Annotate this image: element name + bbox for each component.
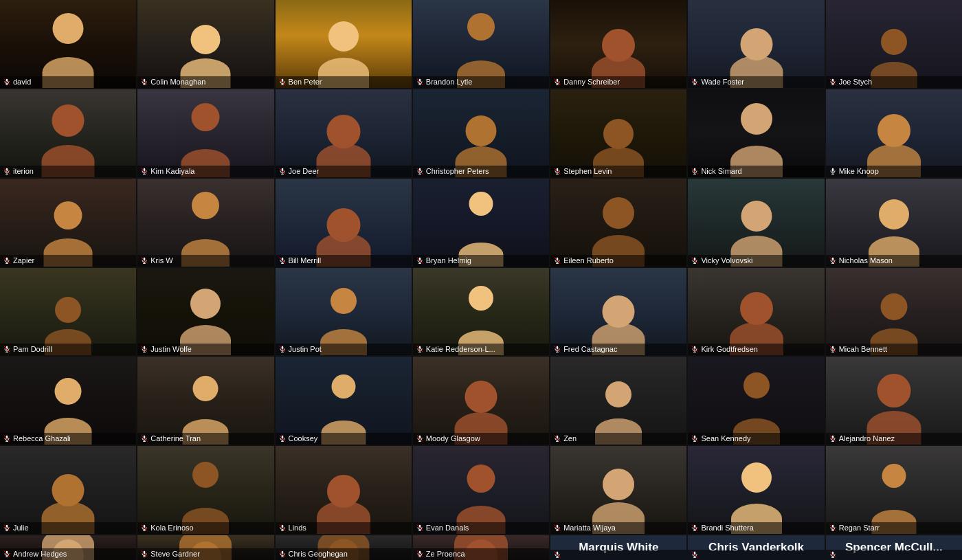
name-label-regan: Regan Starr xyxy=(826,522,962,534)
name-label-steve: Steve Gardner xyxy=(137,548,273,560)
participant-name-kirk: Kirk Godtfredsen xyxy=(701,345,758,353)
participant-cell-wade[interactable]: Wade Foster xyxy=(688,0,824,88)
participant-cell-vicky[interactable]: Vicky Volvovski xyxy=(688,179,824,267)
participant-cell-kola[interactable]: Kola Erinoso xyxy=(137,446,273,534)
participant-name-ze: Ze Proenca xyxy=(426,550,465,558)
mic-icon-eileen xyxy=(554,257,561,264)
participant-name-andrew: Andrew Hedges xyxy=(13,550,67,558)
participant-cell-cooksey[interactable]: Cooksey xyxy=(276,357,412,445)
name-label-wade: Wade Foster xyxy=(688,76,824,88)
participant-cell-david[interactable]: david xyxy=(0,0,136,88)
mic-icon-justinpot xyxy=(279,346,286,352)
mic-icon-evan xyxy=(416,524,423,531)
name-label-kirk: Kirk Godtfredsen xyxy=(688,344,824,355)
mic-icon-andrew xyxy=(3,550,10,557)
mic-icon-alejandro xyxy=(829,435,836,442)
participant-cell-bill[interactable]: Bill Merrill xyxy=(276,179,412,267)
participant-cell-ben[interactable]: Ben Peter xyxy=(276,0,412,88)
mic-icon-nicksimard xyxy=(691,168,698,175)
mic-icon-zapier xyxy=(3,257,10,264)
participant-cell-brandon[interactable]: Brandon Lytle xyxy=(413,0,549,88)
mic-icon-sean xyxy=(691,435,698,442)
participant-cell-krisw[interactable]: Kris W xyxy=(137,179,273,267)
participant-cell-julie[interactable]: Julie xyxy=(0,446,136,534)
name-label-brandon: Brandon Lytle xyxy=(413,76,549,88)
mic-icon-ze xyxy=(416,550,423,557)
participant-cell-eileen[interactable]: Eileen Ruberto xyxy=(550,179,686,267)
name-label-chrisg: Chris Geoghegan xyxy=(276,548,412,560)
participant-cell-moody[interactable]: Moody Glasgow xyxy=(413,357,549,445)
participant-cell-nicholas[interactable]: Nicholas Mason xyxy=(826,179,962,267)
mic-icon-mariatta xyxy=(554,524,561,531)
name-label-pam: Pam Dodrill xyxy=(0,344,136,355)
participant-cell-regan[interactable]: Regan Starr xyxy=(826,446,962,534)
participant-cell-brandi[interactable]: Brandi Shuttera xyxy=(688,446,824,534)
name-label-moody: Moody Glasgow xyxy=(413,433,549,445)
participant-cell-pam[interactable]: Pam Dodrill xyxy=(0,268,136,356)
participant-name-chrisg: Chris Geoghegan xyxy=(289,550,348,558)
mic-icon-mikeknoop xyxy=(829,168,836,175)
name-label-chrisv xyxy=(688,550,824,560)
mic-icon-joedeer xyxy=(279,168,286,175)
name-label-nicksimard: Nick Simard xyxy=(688,166,824,177)
participant-cell-christopher[interactable]: Christopher Peters xyxy=(413,89,549,177)
participant-cell-ze[interactable]: Ze Proenca xyxy=(413,535,549,560)
participant-name-katie: Katie Redderson-L... xyxy=(426,345,495,353)
name-label-david: david xyxy=(0,76,136,88)
participant-name-brandi: Brandi Shuttera xyxy=(701,524,753,532)
participant-cell-mikeknoop[interactable]: Mike Knoop xyxy=(826,89,962,177)
participant-cell-katie[interactable]: Katie Redderson-L... xyxy=(413,268,549,356)
participant-cell-fred[interactable]: Fred Castagnac xyxy=(550,268,686,356)
participant-cell-sean[interactable]: Sean Kennedy xyxy=(688,357,824,445)
mic-icon-colin xyxy=(141,78,148,85)
mic-icon-iterion xyxy=(3,168,10,175)
participant-cell-evan[interactable]: Evan Danals xyxy=(413,446,549,534)
participant-cell-iterion[interactable]: iterion xyxy=(0,89,136,177)
participant-cell-danny[interactable]: Danny Schreiber xyxy=(550,0,686,88)
participant-cell-bryan[interactable]: Bryan Helmig xyxy=(413,179,549,267)
participant-name-stephen: Stephen Levin xyxy=(563,167,612,175)
name-label-evan: Evan Danals xyxy=(413,522,549,534)
participant-cell-zen[interactable]: Zen xyxy=(550,357,686,445)
participant-cell-alejandro[interactable]: Alejandro Nanez xyxy=(826,357,962,445)
participant-cell-marquis[interactable]: Marquis White xyxy=(550,535,686,560)
mic-icon-fred xyxy=(554,346,561,352)
participant-cell-stephen[interactable]: Stephen Levin xyxy=(550,89,686,177)
participant-cell-zapier[interactable]: Zapier xyxy=(0,179,136,267)
participant-cell-andrew[interactable]: Andrew Hedges xyxy=(0,535,136,560)
mic-icon-linds xyxy=(279,524,286,531)
participant-name-rebecca: Rebecca Ghazali xyxy=(13,434,71,443)
participant-name-julie: Julie xyxy=(13,524,29,532)
participant-cell-colin[interactable]: Colin Monaghan xyxy=(137,0,273,88)
participant-cell-steve[interactable]: Steve Gardner xyxy=(137,535,273,560)
name-label-kim: Kim Kadiyala xyxy=(137,166,273,177)
mic-icon-zen xyxy=(554,435,561,442)
participant-cell-catherine[interactable]: Catherine Tran xyxy=(137,357,273,445)
name-label-bryan: Bryan Helmig xyxy=(413,255,549,267)
name-label-spencer xyxy=(826,550,962,560)
participant-name-joe: Joe Stych xyxy=(839,78,872,86)
participant-cell-chrisg[interactable]: Chris Geoghegan xyxy=(276,535,412,560)
participant-cell-justin[interactable]: Justin Wolfe xyxy=(137,268,273,356)
name-label-alejandro: Alejandro Nanez xyxy=(826,433,962,445)
participant-cell-joe[interactable]: Joe Stych xyxy=(826,0,962,88)
participant-cell-mariatta[interactable]: Mariatta Wijaya xyxy=(550,446,686,534)
participant-cell-nicksimard[interactable]: Nick Simard xyxy=(688,89,824,177)
participant-cell-joedeer[interactable]: Joe Deer xyxy=(276,89,412,177)
participant-name-regan: Regan Starr xyxy=(839,524,880,532)
mic-icon-moody xyxy=(416,435,423,442)
participant-cell-chrisv[interactable]: Chris Vanderkolk xyxy=(688,535,824,560)
participant-cell-kim[interactable]: Kim Kadiyala xyxy=(137,89,273,177)
name-label-marquis xyxy=(550,550,686,560)
mic-icon-spencer xyxy=(829,551,836,558)
mic-icon-kola xyxy=(141,524,148,531)
name-label-justin: Justin Wolfe xyxy=(137,344,273,355)
participant-cell-kirk[interactable]: Kirk Godtfredsen xyxy=(688,268,824,356)
name-label-iterion: iterion xyxy=(0,166,136,177)
participant-cell-linds[interactable]: Linds xyxy=(276,446,412,534)
participant-name-david: david xyxy=(13,78,31,86)
participant-cell-spencer[interactable]: Spencer McCull... xyxy=(826,535,962,560)
participant-cell-justinpot[interactable]: Justin Pot xyxy=(276,268,412,356)
participant-cell-micah[interactable]: Micah Bennett xyxy=(826,268,962,356)
participant-cell-rebecca[interactable]: Rebecca Ghazali xyxy=(0,357,136,445)
